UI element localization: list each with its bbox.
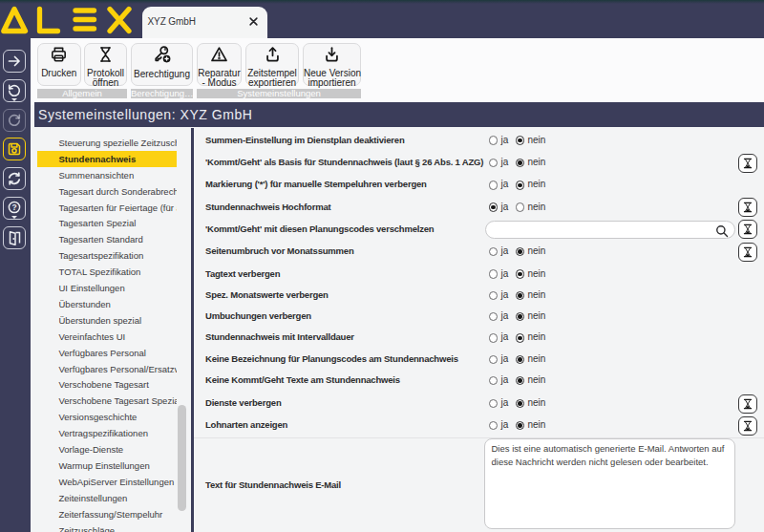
svg-text:?: ?: [11, 202, 16, 212]
